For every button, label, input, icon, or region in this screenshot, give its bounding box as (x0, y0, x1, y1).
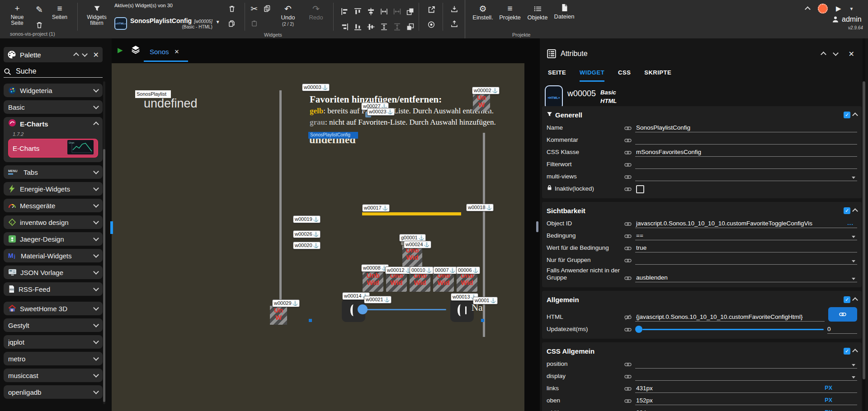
tab-skripte[interactable]: SKRIPTE (644, 69, 671, 82)
selection-handle-right[interactable] (481, 319, 484, 322)
attr-input[interactable]: 394px (635, 408, 857, 411)
palette-group-openligadb[interactable]: openligadb (4, 385, 103, 399)
attr-input[interactable] (635, 135, 857, 145)
dropdown-caret-icon[interactable] (852, 236, 855, 238)
palette-group-sweethome-3d[interactable]: SweetHome 3D (4, 302, 103, 315)
objects-button[interactable]: Objekte (525, 4, 550, 20)
volume-slider-thumb[interactable] (358, 304, 368, 314)
attr-input[interactable]: 431px (635, 383, 857, 393)
dropdown-caret-icon[interactable] (852, 278, 855, 280)
attr-input[interactable]: SonosPlaylistConfig (635, 123, 857, 132)
distribute-h-icon[interactable] (377, 4, 391, 19)
section-checkbox[interactable]: ✓ (844, 296, 850, 303)
palette-group-header[interactable]: E-Charts (4, 117, 103, 131)
widget-overlay-label[interactable]: 00007⚓ (433, 266, 457, 274)
widget-overlay-label[interactable]: w0001⚓ (473, 297, 498, 304)
section-checkbox[interactable]: ✓ (844, 207, 850, 214)
selection-handle-left[interactable] (309, 319, 312, 322)
section-checkbox[interactable]: ✓ (844, 112, 850, 118)
palette-group-rss-feed[interactable]: RSSRSS-Feed (4, 282, 103, 296)
widget-overlay-label[interactable]: w00019⚓ (293, 215, 321, 223)
palette-group-messgeräte[interactable]: Messgeräte (4, 199, 103, 212)
projects-button[interactable]: ≡ Projekte (497, 4, 523, 20)
paste-icon[interactable] (251, 19, 258, 28)
help-line-gray[interactable]: grau: nicht auf Favoriten-Liste. Durch A… (310, 118, 496, 127)
help-line-yellow[interactable]: gelb: bereits auf Favoriten-Liste. Durch… (310, 107, 494, 116)
attr-select[interactable] (635, 255, 857, 265)
widget-overlay-label[interactable]: w00021⚓ (364, 296, 392, 304)
align-right-icon[interactable] (338, 19, 351, 34)
attr-input[interactable]: javascript.0.Sonos.10_10_10_10.customFav… (635, 219, 857, 228)
widget-overlay-label[interactable]: w00003⚓ (302, 84, 330, 91)
section-checkbox[interactable]: ✓ (844, 348, 850, 355)
tab-css[interactable]: CSS (618, 69, 631, 82)
chevron-up-icon[interactable] (852, 208, 858, 214)
widget-overlay-label[interactable]: 00010⚓ (410, 266, 434, 274)
palette-group-jaeger-design[interactable]: Jaeger-Design (4, 232, 103, 246)
align-top-icon[interactable] (351, 4, 364, 19)
attr-input[interactable] (635, 159, 857, 169)
filter-widgets-button[interactable]: Widgets filtern (84, 4, 109, 26)
align-hcenter-icon[interactable] (364, 4, 377, 19)
palette-group-tabs[interactable]: MENUTabs (4, 165, 103, 179)
cut-icon[interactable]: ✂ (250, 4, 258, 14)
user-menu[interactable]: admin (832, 15, 862, 23)
attr-select[interactable]: ausblenden (635, 273, 857, 282)
run-view-icon[interactable]: ▶ (118, 46, 123, 54)
caret-down-icon[interactable]: ▼ (849, 6, 854, 11)
playlist-undefined-text[interactable]: undefined (144, 97, 198, 111)
attr-select[interactable] (635, 359, 857, 369)
palette-group-inventwo-design[interactable]: iinventwo design (4, 215, 103, 229)
widget-overlay-label[interactable]: w00018⚓ (466, 204, 494, 211)
bring-front-icon[interactable] (404, 4, 417, 19)
yellow-bar-widget[interactable] (362, 212, 461, 215)
distribute-v-icon[interactable] (377, 19, 391, 34)
widget-overlay-label[interactable]: w00023⚓ (367, 108, 395, 116)
attr-select[interactable]: == (635, 231, 857, 240)
palette-resize-handle[interactable] (110, 221, 113, 234)
widget-overlay-label[interactable]: w00029⚓ (272, 299, 300, 307)
chevron-up-icon[interactable] (852, 297, 858, 303)
palette-group-jqplot[interactable]: jqplot (4, 335, 103, 349)
new-page-button[interactable]: + Neue Seite (6, 4, 28, 26)
theme-toggle-icon[interactable] (818, 4, 828, 14)
dropdown-caret-icon[interactable] (852, 376, 855, 378)
align-vcenter-icon[interactable] (364, 19, 377, 34)
widget-overlay-label[interactable]: w00020⚓ (293, 242, 321, 249)
settings-button[interactable]: ⚙ Einstell. (471, 4, 495, 20)
layers-icon[interactable] (131, 44, 140, 56)
palette-search[interactable]: Suche (4, 65, 103, 78)
tab-sonos[interactable]: Sonos ✕ (150, 48, 179, 56)
undo-button[interactable]: ↶ Undo (2 / 2) (278, 4, 298, 27)
unknown-widget-placeholder[interactable]: UnW (270, 306, 287, 325)
widget-overlay-label[interactable]: 00006⚓ (456, 266, 480, 274)
export-icon[interactable] (451, 19, 458, 29)
copy-icon[interactable] (264, 4, 271, 14)
send-back-icon[interactable] (404, 19, 417, 34)
equal-height-icon[interactable] (391, 19, 404, 34)
canvas-scrollbar[interactable] (524, 63, 540, 411)
align-bottom-icon[interactable] (351, 19, 364, 34)
selected-widget-overlay[interactable]: SonosPlaylistConfig (308, 132, 358, 139)
unfold-more-icon[interactable] (73, 52, 79, 58)
widget-selector[interactable]: «HTML» SonosPlaylistConfig [w00005] (Bas… (114, 17, 220, 30)
unknown-widget-placeholder[interactable]: UnbWid (363, 271, 383, 292)
binding-link-button[interactable] (828, 307, 857, 322)
play-icon[interactable]: ▶ (836, 5, 841, 13)
widget-name-overlay[interactable]: SonosPlaylist (135, 90, 171, 98)
unknown-widget-placeholder[interactable]: UnW (473, 93, 490, 111)
palette-group-energie-widgets[interactable]: Energie-Widgets (4, 182, 103, 196)
palette-group-musiccast[interactable]: musiccast (4, 369, 103, 382)
dropdown-caret-icon[interactable] (852, 260, 855, 262)
pages-menu-button[interactable]: ≡ Seiten (49, 4, 71, 20)
palette-group-basic[interactable]: Basic (4, 100, 103, 114)
close-tab-icon[interactable]: ✕ (175, 48, 179, 55)
sidebar-scrollbar[interactable] (103, 81, 105, 404)
import-icon[interactable] (451, 4, 458, 14)
preview-eye-icon[interactable] (427, 19, 435, 29)
volume-slider-track[interactable] (364, 309, 446, 310)
unfold-more-icon[interactable] (821, 51, 826, 57)
px-unit-label[interactable]: PX (825, 385, 832, 391)
widget-overlay-label[interactable]: w00024⚓ (404, 241, 431, 248)
palette-group-json-vorlage[interactable]: JSON Vorlage (4, 266, 103, 279)
